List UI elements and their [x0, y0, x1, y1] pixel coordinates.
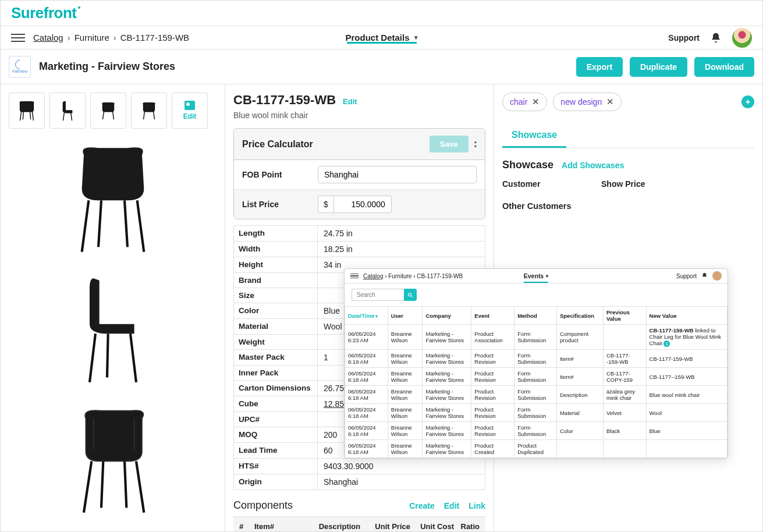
events-cell: Product Created — [471, 440, 514, 458]
spec-row[interactable]: OriginShanghai — [234, 474, 485, 490]
spec-label: Weight — [234, 335, 318, 349]
events-col-header[interactable]: Company — [423, 307, 471, 325]
popup-support-link[interactable]: Support — [676, 273, 697, 279]
events-cell: Form Submission — [514, 325, 557, 350]
image-panel: Edit — [1, 84, 225, 532]
events-cell-newvalue: CB-1177--159-WB — [646, 368, 727, 386]
breadcrumb-root[interactable]: Catalog — [33, 33, 63, 42]
events-row: 06/05/2024 6:18 AMBreanne WilsonMarketin… — [345, 386, 727, 404]
edit-product-link[interactable]: Edit — [343, 97, 357, 106]
events-cell: Breanne Wilson — [388, 404, 423, 422]
events-col-header[interactable]: Event — [471, 307, 514, 325]
tag-new-design[interactable]: new design ✕ — [553, 93, 622, 111]
events-cell: Marketing - Fairview Stores — [423, 422, 471, 440]
col-show-price: Show Price — [601, 179, 645, 189]
events-col-header[interactable]: Method — [514, 307, 557, 325]
events-popup: Catalog › Furniture › CB-1177-159-WB Eve… — [344, 268, 728, 459]
popup-breadcrumb: Catalog › Furniture › CB-1177-159-WB — [363, 273, 463, 279]
fob-input[interactable] — [318, 166, 477, 183]
events-cell — [604, 440, 647, 458]
remove-tag-icon[interactable]: ✕ — [606, 97, 614, 107]
events-row: 06/05/2024 6:18 AMBreanne WilsonMarketin… — [345, 404, 727, 422]
events-table: Date/Time ▾UserCompanyEventMethodSpecifi… — [345, 306, 727, 458]
events-col-header[interactable]: User — [388, 307, 423, 325]
component-edit-link[interactable]: Edit — [444, 501, 459, 510]
add-showcases-link[interactable]: Add Showcases — [562, 161, 624, 170]
events-cell-newvalue: Blue wool mink chair — [646, 386, 727, 404]
expand-collapse-icon[interactable]: ▴▾ — [474, 140, 477, 148]
user-avatar[interactable] — [732, 28, 752, 48]
popup-events-tab[interactable]: Events ▾ — [524, 272, 548, 279]
spec-row[interactable]: Length24.75 in — [234, 226, 485, 242]
product-image-2[interactable] — [9, 266, 217, 392]
events-cell-newvalue: Blue — [646, 422, 727, 440]
events-cell: Black — [604, 422, 647, 440]
popup-breadcrumb-cat[interactable]: Furniture — [388, 273, 411, 279]
events-cell: Marketing - Fairview Stores — [423, 325, 471, 350]
hamburger-icon[interactable] — [11, 31, 25, 45]
spec-label: Height — [234, 257, 318, 272]
popup-events-label: Events — [524, 272, 544, 279]
popup-avatar[interactable] — [712, 271, 722, 281]
spec-label: Width — [234, 242, 318, 257]
remove-tag-icon[interactable]: ✕ — [532, 97, 540, 107]
component-link-link[interactable]: Link — [469, 501, 485, 510]
product-image-3[interactable] — [9, 396, 217, 522]
spec-value: 24.75 in — [318, 226, 485, 241]
price-calc-title: Price Calculator — [242, 139, 313, 150]
popup-breadcrumb-root[interactable]: Catalog — [363, 273, 383, 279]
thumbnail-2[interactable] — [49, 93, 86, 129]
component-create-link[interactable]: Create — [409, 501, 435, 510]
search-icon[interactable] — [404, 289, 417, 301]
breadcrumb-category[interactable]: Furniture — [74, 33, 109, 42]
events-cell: Description — [556, 386, 603, 404]
spec-row[interactable]: Width18.25 in — [234, 242, 485, 257]
showcase-tab[interactable]: Showcase — [502, 124, 566, 148]
add-tag-button[interactable]: + — [741, 95, 754, 108]
link-count-badge: 1 — [663, 341, 670, 347]
events-cell: 06/05/2024 6:18 AM — [345, 440, 388, 458]
linked-component-link[interactable]: Chair Leg for Blue Wool Mink Chair — [650, 334, 721, 346]
events-cell: Breanne Wilson — [388, 350, 423, 368]
events-cell: CB-1177--159-WB — [604, 350, 647, 368]
duplicate-button[interactable]: Duplicate — [630, 57, 687, 77]
thumbnail-4[interactable] — [131, 93, 167, 129]
thumbnail-1[interactable] — [9, 93, 45, 129]
download-button[interactable]: Download — [694, 57, 754, 77]
export-button[interactable]: Export — [576, 57, 623, 77]
events-col-header[interactable]: Date/Time ▾ — [345, 307, 388, 325]
thumbnail-3[interactable] — [90, 93, 126, 129]
spec-row[interactable]: HTS#9403.30.9000 — [234, 459, 485, 474]
save-button[interactable]: Save — [430, 136, 469, 152]
popup-breadcrumb-sku: CB-1177-159-WB — [417, 273, 463, 279]
events-cell: Marketing - Fairview Stores — [423, 440, 471, 458]
events-cell: 06/05/2024 6:18 AM — [345, 368, 388, 386]
col-num: # — [239, 522, 254, 531]
notifications-icon[interactable] — [710, 32, 722, 44]
brand-logo: Surefront — [11, 4, 80, 22]
popup-bell-icon[interactable] — [701, 272, 708, 280]
events-col-header[interactable]: Specification — [556, 307, 603, 325]
events-search-input[interactable] — [352, 289, 404, 301]
events-cell: Breanne Wilson — [388, 325, 423, 350]
events-cell: Material — [556, 404, 603, 422]
events-cell: Component product — [556, 325, 603, 350]
edit-images-button[interactable]: Edit — [172, 93, 208, 129]
events-row: 06/05/2024 6:18 AMBreanne WilsonMarketin… — [345, 440, 727, 458]
events-col-header[interactable]: New Value — [646, 307, 727, 325]
popup-hamburger-icon[interactable] — [350, 274, 359, 278]
events-cell: Marketing - Fairview Stores — [423, 350, 471, 368]
tag-chair[interactable]: chair ✕ — [502, 93, 547, 111]
spec-label: UPC# — [234, 412, 318, 427]
company-short-label: Fairview — [12, 69, 27, 73]
support-link[interactable]: Support — [668, 33, 700, 42]
events-col-header[interactable]: Previous Value — [604, 307, 647, 325]
product-image-1[interactable] — [9, 136, 217, 261]
list-price-input[interactable] — [333, 196, 392, 213]
page-tab[interactable]: Product Details ▾ — [345, 33, 417, 42]
events-cell: Product Revision — [471, 368, 514, 386]
spec-label: Color — [234, 303, 318, 318]
product-description: Blue wool mink chair — [233, 111, 485, 120]
events-row: 06/05/2024 6:18 AMBreanne WilsonMarketin… — [345, 368, 727, 386]
spec-label: HTS# — [234, 459, 318, 474]
